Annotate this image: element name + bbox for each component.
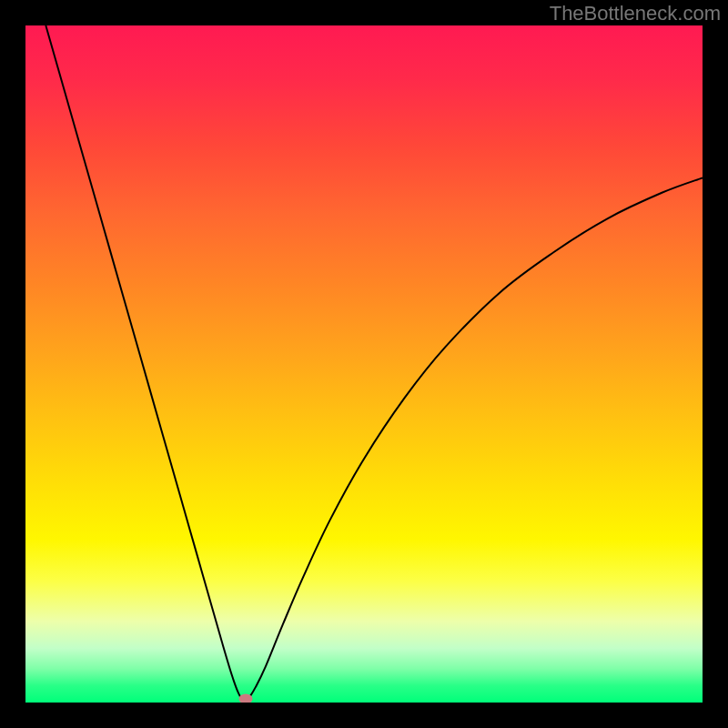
chart-frame: TheBottleneck.com — [0, 0, 728, 728]
watermark-text: TheBottleneck.com — [550, 2, 721, 25]
optimum-marker-icon — [238, 693, 252, 703]
bottleneck-curve — [25, 25, 703, 703]
plot-area — [25, 25, 703, 703]
